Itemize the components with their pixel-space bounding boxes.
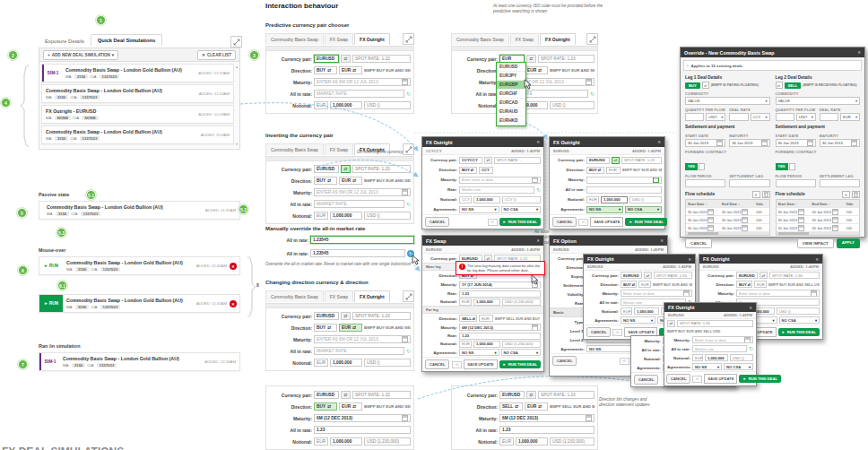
deal-row[interactable]: Commodity Basis Swap - London Gold Bulli… — [39, 201, 240, 220]
maturity-input[interactable]: ENTER AS 6M OR 12 JUL 2013 — [314, 335, 411, 343]
sort-icon[interactable]: ↕ — [738, 202, 740, 206]
reset-to-market-rate-icon[interactable]: ↻ — [406, 91, 411, 97]
swap-direction-button[interactable]: ⇄ — [776, 82, 783, 89]
col-start-date[interactable]: Start Date — [688, 202, 704, 206]
dropdown-option[interactable]: EURAUD — [497, 108, 525, 117]
direction-toggle[interactable]: BUY⇄ — [314, 324, 337, 332]
tab-commodity-basis-swap[interactable]: Commodity Basis Swap — [265, 143, 324, 155]
delete-row-button[interactable] — [852, 191, 860, 198]
calendar-icon[interactable] — [742, 209, 748, 215]
dropdown-option[interactable]: EURCAD — [497, 99, 525, 108]
csa-dropdown[interactable]: NO CSA▾ — [625, 206, 662, 213]
direction-ccy-toggle[interactable]: EUR⇄ — [525, 402, 548, 411]
calendar-icon[interactable] — [707, 225, 714, 231]
cancel-button[interactable]: CANCEL — [586, 327, 611, 337]
direction-toggle-highlighted[interactable]: BUY⇄ — [314, 402, 337, 411]
tab-fx-outright[interactable]: FX Outright — [354, 33, 390, 45]
start-date-input[interactable]: 30 Jan 2013 — [685, 139, 725, 147]
all-in-rate-input[interactable]: 1.23545 — [310, 249, 405, 257]
direction-ccy-toggle[interactable]: EUR⇄ — [339, 177, 362, 185]
calendar-icon[interactable] — [586, 79, 592, 85]
netting-set-dropdown[interactable]: NO NS▾ — [621, 316, 655, 324]
deal-row[interactable]: SIM-1 Commodity Basis Swap - London Gold… — [39, 352, 240, 371]
notional-input[interactable]: 1,000,000 — [473, 341, 500, 348]
direction-ccy[interactable]: EUR — [606, 167, 621, 174]
direction-ccy[interactable]: EUR — [479, 315, 493, 322]
table-row[interactable]: 30 Jan 201330 Jan 2013100 — [686, 224, 769, 232]
close-icon[interactable]: ✕ — [749, 306, 752, 310]
scrollbar-thumb[interactable] — [778, 232, 809, 235]
currency-pair-input[interactable]: EURUSD — [499, 391, 525, 399]
tab-fx-swap[interactable]: FX Swap — [325, 290, 353, 302]
form-expand-button[interactable] — [403, 143, 414, 155]
scrollbar-thumb[interactable] — [688, 232, 718, 235]
direction-ccy-toggle[interactable]: EUR⇄ — [339, 402, 362, 411]
horizontal-scrollbar[interactable] — [777, 232, 860, 235]
save-update-button[interactable]: SAVE UPDATE — [704, 374, 737, 384]
view-impact-button[interactable]: VIEW IMPACT — [797, 238, 834, 248]
horizontal-scrollbar[interactable] — [686, 232, 769, 235]
direction-ccy-toggle[interactable]: EUR⇄ — [339, 66, 362, 74]
popup-titlebar[interactable]: FX Outright✕ — [664, 303, 756, 312]
close-icon[interactable]: ✕ — [815, 257, 819, 262]
calendar-icon[interactable] — [798, 225, 804, 231]
run-this-deal-button[interactable]: ►RUN THIS DEAL — [778, 328, 820, 336]
direction-toggle-highlighted[interactable]: BUY⇄ — [586, 167, 604, 174]
flow-period-input[interactable] — [776, 179, 816, 187]
all-in-rate-input-focused[interactable]: 1.23545 — [310, 236, 414, 244]
calendar-icon[interactable] — [811, 290, 817, 297]
dropdown-option[interactable]: EURHKD — [497, 117, 525, 125]
dropdown-option[interactable]: EURUSD — [497, 63, 525, 72]
currency-pair-input[interactable]: EURUSD — [586, 157, 610, 164]
save-update-button[interactable]: SAVE UPDATE — [464, 359, 497, 369]
calendar-icon[interactable] — [716, 140, 723, 146]
tab-fx-swap[interactable]: FX Swap — [325, 143, 353, 155]
reset-to-market-rate-icon[interactable]: ↻ — [536, 187, 541, 193]
tab-fx-outright[interactable]: FX Outright — [540, 33, 576, 45]
direction-toggle[interactable]: SELL⇄ — [459, 315, 477, 322]
run-this-deal-button[interactable]: ►RUN THIS DEAL — [739, 375, 781, 383]
all-in-rate-input[interactable]: MARKET RATE — [314, 200, 404, 208]
reset-to-market-rate-icon[interactable]: ↻ — [749, 346, 753, 351]
add-new-deal-simulation-button[interactable]: + ADD NEW DEAL SIMULATION ▾ — [43, 50, 118, 60]
cancel-button[interactable]: CANCEL — [425, 359, 449, 369]
calendar-icon[interactable] — [761, 140, 768, 146]
cancel-button[interactable]: CANCEL — [685, 238, 712, 248]
direction-ccy[interactable]: EUR — [638, 281, 651, 288]
reset-to-market-rate-icon[interactable]: ↻ — [406, 349, 411, 354]
popup-titlebar[interactable]: FX Outright✕ — [584, 255, 695, 264]
run-button-hover[interactable]: ►RUN — [39, 295, 63, 312]
direction-ccy-toggle-highlighted[interactable]: EUR⇄ — [339, 324, 362, 332]
popup-titlebar[interactable]: FX Outright✕ — [550, 137, 664, 147]
delete-row-button[interactable] — [762, 191, 770, 198]
calendar-icon[interactable] — [402, 415, 408, 421]
dropdown-option-selected[interactable]: EURGBP — [497, 81, 525, 90]
tab-commodity-basis-swap[interactable]: Commodity Basis Swap — [265, 290, 324, 302]
all-in-rate-input[interactable]: MARKET RATE — [314, 90, 404, 98]
sort-icon[interactable]: ↕ — [795, 202, 797, 206]
rate-input[interactable]: 1.23 — [459, 290, 541, 298]
notional-input[interactable]: 1,000,000 — [473, 196, 500, 203]
direction-ccy[interactable]: CCY — [479, 167, 493, 174]
table-row[interactable]: 30 Jan 201330 Jan 2013100 — [777, 216, 860, 224]
col-value[interactable]: Valu — [846, 202, 857, 206]
run-this-deal-button[interactable]: ►RUN THIS DEAL — [499, 360, 542, 368]
close-icon[interactable]: ✕ — [657, 140, 661, 144]
currency-pair-input[interactable]: EURUSD — [621, 272, 642, 279]
close-icon[interactable]: ✕ — [857, 50, 861, 55]
invert-pair-button[interactable]: ⇄ — [644, 272, 652, 279]
form-expand-button[interactable] — [403, 33, 414, 45]
popup-titlebar[interactable]: FX Outright✕ — [422, 137, 543, 147]
calendar-icon[interactable] — [832, 209, 838, 215]
cancel-button[interactable]: CANCEL — [552, 217, 577, 227]
calendar-icon[interactable] — [653, 177, 659, 183]
tab-exposure-details[interactable]: Exposure Details — [39, 36, 91, 47]
tab-quick-deal-simulations[interactable]: Quick Deal Simulations — [91, 34, 162, 47]
calendar-icon[interactable] — [532, 325, 538, 331]
remove-deal-button[interactable]: ✕ — [230, 263, 237, 270]
col-start-date[interactable]: Start Date — [778, 202, 794, 206]
direction-toggle[interactable]: BUY⇄ — [621, 281, 637, 288]
col-end-date[interactable]: End Date — [812, 202, 828, 206]
currency-pair-input[interactable]: CCYCCY — [459, 157, 482, 164]
cancel-button[interactable]: CANCEL — [425, 217, 449, 227]
